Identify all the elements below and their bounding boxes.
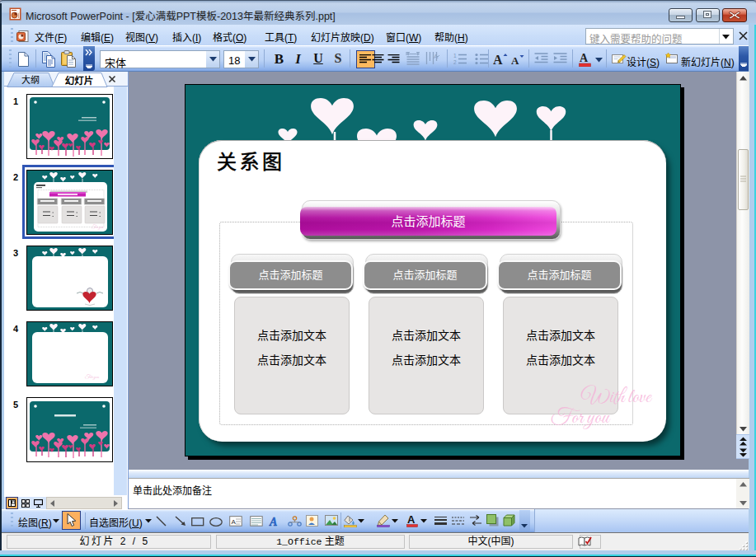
svg-text:A: A: [232, 518, 237, 526]
svg-text:For you: For you: [92, 224, 104, 230]
svg-text:大纲: 大纲: [21, 74, 40, 85]
svg-text:A: A: [493, 53, 503, 67]
svg-text:幻灯片: 幻灯片: [65, 75, 94, 86]
svg-text:For you: For you: [85, 374, 100, 380]
svg-text:A: A: [407, 513, 416, 526]
svg-text:A: A: [580, 52, 589, 64]
svg-text:2: 2: [453, 59, 457, 65]
svg-text:A: A: [269, 516, 277, 527]
svg-text:A: A: [511, 54, 519, 67]
svg-text:1: 1: [453, 53, 457, 59]
svg-text:A: A: [434, 53, 439, 60]
